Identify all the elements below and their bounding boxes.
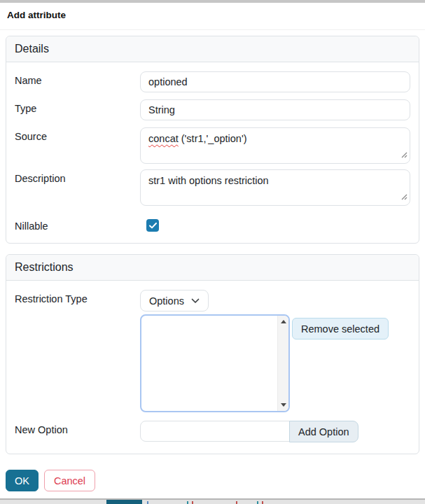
new-option-input[interactable]: [140, 421, 290, 442]
cutoff-tick: [257, 501, 258, 504]
restriction-type-label: Restriction Type: [15, 290, 140, 304]
options-list-row: Remove selected: [15, 314, 410, 412]
resize-grip-icon[interactable]: [401, 148, 407, 161]
form-content: Details Name Type Source concat ('str1: [0, 30, 425, 497]
type-input[interactable]: [140, 99, 410, 120]
type-label: Type: [15, 99, 140, 114]
page-title-text: Add attribute: [7, 10, 66, 20]
restrictions-body: Restriction Type Options: [6, 281, 419, 454]
nillable-label: Nillable: [15, 217, 140, 232]
details-card: Details Name Type Source concat ('str1: [6, 36, 419, 244]
restriction-type-select[interactable]: Options: [140, 290, 209, 312]
type-row: Type: [15, 99, 410, 120]
restrictions-header-text: Restrictions: [15, 261, 74, 273]
resize-grip-icon[interactable]: [401, 190, 407, 203]
cutoff-teal-segment: [106, 500, 142, 504]
nillable-checkbox[interactable]: [146, 219, 159, 232]
new-option-row: New Option Add Option: [15, 421, 410, 442]
bottom-cutoff-strip: [0, 498, 425, 504]
cutoff-tick: [187, 501, 188, 504]
source-text-rest: ('str1,'_option'): [179, 133, 247, 144]
source-label: Source: [15, 127, 140, 142]
options-listbox-items: [141, 316, 277, 411]
listbox-scrollbar[interactable]: [277, 316, 288, 411]
details-body: Name Type Source concat ('str1,'_option'…: [6, 62, 419, 243]
remove-selected-button[interactable]: Remove selected: [292, 318, 389, 340]
details-header: Details: [6, 36, 419, 62]
checkmark-icon: [149, 223, 157, 229]
name-input[interactable]: [140, 71, 410, 92]
chevron-down-icon: [191, 298, 200, 304]
name-row: Name: [15, 71, 410, 92]
description-text: str1 with options restriction: [148, 175, 269, 186]
cutoff-tick: [236, 501, 237, 504]
nillable-row: Nillable: [15, 217, 410, 232]
restrictions-header: Restrictions: [6, 255, 419, 281]
description-row: Description str1 with options restrictio…: [15, 169, 410, 206]
source-row: Source concat ('str1,'_option'): [15, 127, 410, 164]
source-textarea[interactable]: concat ('str1,'_option'): [140, 127, 410, 164]
cutoff-tick: [262, 501, 263, 504]
cutoff-tick: [192, 501, 193, 504]
description-textarea[interactable]: str1 with options restriction: [140, 169, 410, 206]
name-label: Name: [15, 71, 140, 86]
scroll-down-icon[interactable]: [281, 403, 286, 407]
details-header-text: Details: [15, 43, 49, 55]
cancel-button[interactable]: Cancel: [44, 470, 95, 491]
add-option-button[interactable]: Add Option: [289, 421, 358, 442]
new-option-label: New Option: [15, 421, 140, 435]
page-title: Add attribute: [0, 3, 425, 30]
restriction-type-selected-value: Options: [149, 295, 184, 307]
source-misspelled-word: concat: [148, 133, 179, 144]
restrictions-card: Restrictions Restriction Type Options: [6, 254, 419, 454]
options-list-spacer: [15, 314, 140, 318]
cutoff-tick: [147, 501, 148, 504]
options-listbox[interactable]: [140, 314, 290, 412]
ok-button[interactable]: OK: [6, 470, 39, 491]
form-actions: OK Cancel: [6, 470, 419, 491]
restriction-type-row: Restriction Type Options: [15, 290, 410, 312]
description-label: Description: [15, 169, 140, 184]
scroll-up-icon[interactable]: [281, 320, 286, 323]
